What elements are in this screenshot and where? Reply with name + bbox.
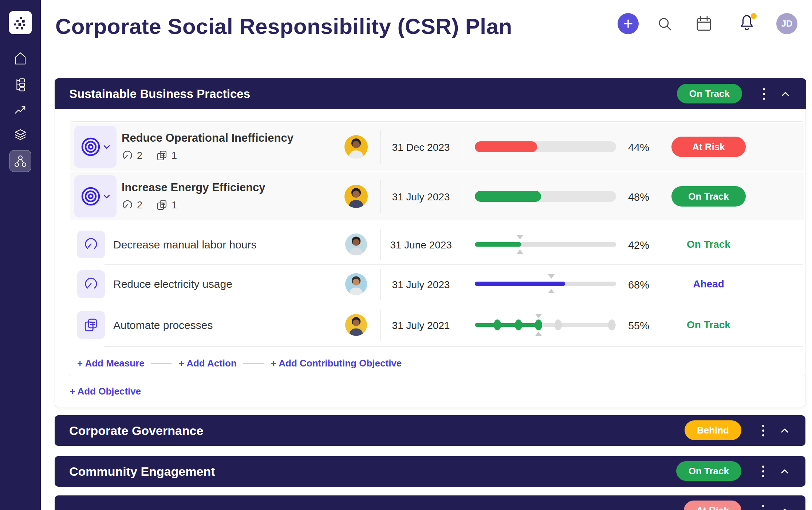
chevron-up-icon[interactable] xyxy=(781,89,790,99)
kebab-menu-icon[interactable] xyxy=(759,422,768,439)
target-icon xyxy=(80,136,101,157)
action-count: 1 xyxy=(172,200,177,211)
csr-plan-page: Corporate Social Responsibility (CSR) Pl… xyxy=(0,0,812,510)
divider xyxy=(380,130,381,164)
divider xyxy=(462,269,462,300)
status-badge: On Track xyxy=(676,461,741,481)
measure-count: 2 xyxy=(137,200,142,211)
sidebar-item-hierarchy[interactable] xyxy=(0,73,41,96)
milestone-dot xyxy=(608,319,615,330)
add-action-link[interactable]: + Add Action xyxy=(179,358,237,369)
kebab-menu-icon[interactable] xyxy=(760,86,768,102)
measure-count: 2 xyxy=(137,150,142,161)
milestone-dot xyxy=(555,319,562,330)
divider xyxy=(380,269,381,300)
chevron-down-icon xyxy=(103,143,111,151)
action-count: 1 xyxy=(172,150,177,161)
sidebar-item-performance[interactable] xyxy=(0,98,41,122)
objective-expand-toggle[interactable] xyxy=(74,126,117,168)
section-title: Corporate Governance xyxy=(69,415,203,446)
milestone-dot xyxy=(494,319,501,330)
due-date: 31 Dec 2023 xyxy=(385,142,457,153)
sidebar xyxy=(0,0,41,510)
progress-bar xyxy=(475,141,616,152)
divider xyxy=(380,310,381,341)
progress-percent: 42% xyxy=(620,239,657,251)
section-corporate-governance[interactable]: Corporate Governance Behind xyxy=(55,415,805,446)
notifications-button[interactable] xyxy=(738,13,756,32)
target-icon xyxy=(80,186,101,207)
actions-icon xyxy=(156,199,168,211)
divider xyxy=(380,229,381,260)
progress-bar xyxy=(475,191,616,202)
owner-avatar xyxy=(345,314,367,336)
status-text: On Track xyxy=(671,239,746,250)
objective-title: Increase Energy Efficiency xyxy=(122,181,265,194)
measure-tile[interactable] xyxy=(77,231,105,258)
divider xyxy=(462,310,462,341)
objective-row: Reduce Operational Inefficiency 2 1 xyxy=(70,123,804,171)
home-icon xyxy=(13,51,28,66)
network-icon xyxy=(13,154,28,168)
progress-percent: 48% xyxy=(620,191,657,203)
calendar-button[interactable] xyxy=(695,15,713,33)
section-header[interactable]: Sustainable Business Practices On Track xyxy=(55,78,806,109)
add-measure-link[interactable]: + Add Measure xyxy=(77,358,145,369)
gauge-icon xyxy=(122,199,133,211)
progress-percent: 55% xyxy=(620,320,657,332)
section-partial[interactable]: At Risk xyxy=(55,495,805,510)
milestone-progress-bar xyxy=(475,317,616,333)
due-date: 31 June 2023 xyxy=(385,239,457,251)
status-badge: Behind xyxy=(685,420,741,440)
progress-percent: 68% xyxy=(620,279,657,291)
owner-avatar xyxy=(345,273,367,295)
chevron-up-icon[interactable] xyxy=(780,467,789,476)
section-community-engagement[interactable]: Community Engagement On Track xyxy=(55,456,805,487)
status-badge: On Track xyxy=(671,186,746,207)
chevron-up-icon[interactable] xyxy=(780,426,789,435)
chevron-up-icon[interactable] xyxy=(780,506,789,510)
kebab-menu-icon[interactable] xyxy=(759,502,768,510)
person-photo xyxy=(344,185,368,208)
person-photo xyxy=(344,135,368,158)
progress-percent: 44% xyxy=(620,142,657,154)
add-objective-link[interactable]: + Add Objective xyxy=(70,386,141,397)
due-date: 31 July 2021 xyxy=(385,320,457,332)
sidebar-item-home[interactable] xyxy=(0,47,41,70)
gauge-icon xyxy=(83,237,99,252)
divider xyxy=(380,180,381,213)
person-photo xyxy=(345,273,367,295)
gauge-icon xyxy=(122,150,133,161)
objective-row: Increase Energy Efficiency 2 1 xyxy=(70,172,804,220)
user-avatar[interactable]: JD xyxy=(776,13,797,34)
measure-tile[interactable] xyxy=(77,270,105,298)
objective-expand-toggle[interactable] xyxy=(74,175,117,217)
milestone-dot xyxy=(535,319,542,330)
kebab-menu-icon[interactable] xyxy=(759,463,768,479)
owner-avatar xyxy=(344,185,368,208)
actions-icon xyxy=(156,150,168,161)
measure-row: Decrease manual labor hours 31 June 2023 xyxy=(70,225,804,264)
sidebar-item-plans-active[interactable] xyxy=(9,150,31,172)
measure-row: Reduce electricity usage 31 July 2023 xyxy=(70,264,804,304)
plus-icon xyxy=(623,18,634,29)
layers-icon xyxy=(13,127,28,142)
hierarchy-icon xyxy=(13,77,28,92)
sidebar-item-layers[interactable] xyxy=(0,123,41,146)
owner-avatar xyxy=(345,234,367,255)
add-links-row: + Add Measure + Add Action + Add Contrib… xyxy=(77,355,402,372)
page-title: Corporate Social Responsibility (CSR) Pl… xyxy=(55,14,512,39)
actions-icon xyxy=(83,317,99,333)
add-button[interactable] xyxy=(618,13,639,34)
person-photo xyxy=(345,234,367,255)
owner-avatar xyxy=(344,135,368,158)
app-logo[interactable] xyxy=(9,11,32,34)
search-button[interactable] xyxy=(657,16,673,32)
chevron-down-icon xyxy=(103,192,111,200)
progress-slider xyxy=(475,242,616,247)
divider xyxy=(462,229,462,260)
divider xyxy=(462,180,462,213)
action-tile[interactable] xyxy=(77,311,105,339)
section-title: Sustainable Business Practices xyxy=(69,78,250,109)
add-contributing-objective-link[interactable]: + Add Contributing Objective xyxy=(271,358,402,369)
